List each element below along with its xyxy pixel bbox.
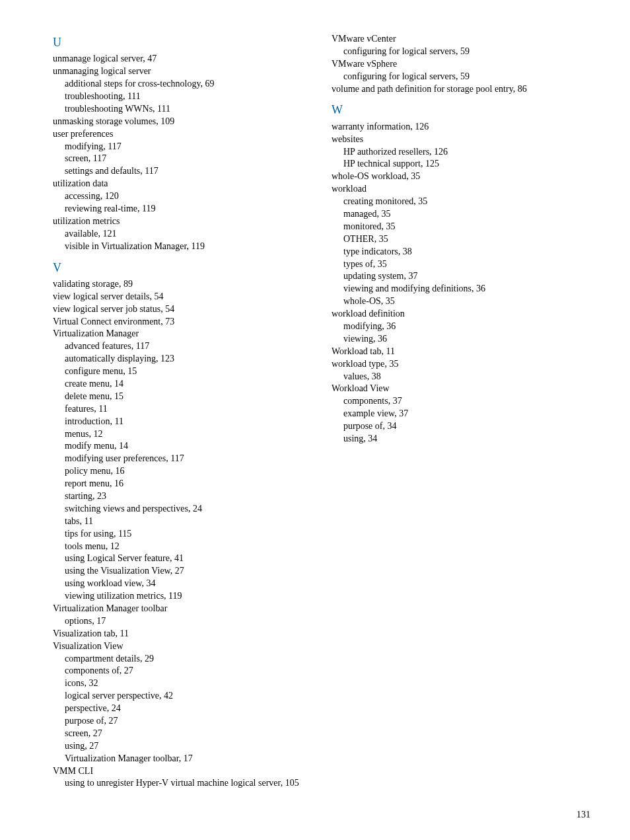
index-entry: validating storage, 89: [53, 278, 312, 291]
index-subentry: available, 121: [53, 228, 312, 241]
index-subentry: purpose of, 34: [332, 420, 590, 433]
index-subentry: tools menu, 12: [53, 541, 312, 553]
section-heading: V: [53, 260, 312, 276]
index-entry: Visualization tab, 11: [53, 628, 312, 640]
section-heading: U: [53, 34, 312, 50]
index-subentry: purpose of, 27: [53, 715, 312, 728]
index-subentry: components of, 27: [53, 665, 312, 677]
index-subentry: screen, 27: [53, 728, 312, 740]
index-subentry: troubleshooting WWNs, 111: [53, 103, 312, 116]
index-entry: workload definition: [332, 308, 590, 321]
index-subentry: accessing, 120: [53, 190, 312, 203]
index-subentry: Virtualization Manager toolbar, 17: [53, 753, 312, 765]
index-subentry: OTHER, 35: [332, 233, 590, 246]
index-subentry: automatically displaying, 123: [53, 353, 312, 365]
index-subentry: delete menu, 15: [53, 391, 312, 403]
index-entry: whole-OS workload, 35: [332, 171, 590, 183]
index-entry: VMM CLI: [53, 765, 312, 778]
index-subentry: options, 17: [53, 615, 312, 628]
index-subentry: switching views and perspectives, 24: [53, 503, 312, 515]
index-entry: unmasking storage volumes, 109: [53, 116, 312, 128]
index-entry: utilization data: [53, 178, 312, 190]
index-subentry: values, 38: [332, 371, 590, 383]
index-subentry: features, 11: [53, 403, 312, 416]
index-subentry: screen, 117: [53, 153, 312, 165]
index-subentry: tips for using, 115: [53, 528, 312, 541]
index-subentry: starting, 23: [53, 490, 312, 503]
index-entry: unmanage logical server, 47: [53, 53, 312, 65]
page-number: 131: [577, 809, 590, 821]
index-subentry: using Logical Server feature, 41: [53, 553, 312, 565]
index-subentry: monitored, 35: [332, 221, 590, 233]
index-entry: VMware vCenter: [332, 33, 590, 46]
index-subentry: HP technical support, 125: [332, 158, 590, 171]
index-subentry: using, 34: [332, 433, 590, 445]
index-entry: view logical server job status, 54: [53, 303, 312, 316]
index-subentry: modifying user preferences, 117: [53, 453, 312, 465]
index-subentry: menus, 12: [53, 428, 312, 441]
index-subentry: policy menu, 16: [53, 465, 312, 478]
index-entry: view logical server details, 54: [53, 291, 312, 303]
index-subentry: perspective, 24: [53, 703, 312, 715]
index-subentry: reviewing real-time, 119: [53, 203, 312, 215]
index-subentry: components, 37: [332, 395, 590, 408]
index-subentry: example view, 37: [332, 408, 590, 420]
index-subentry: icons, 32: [53, 677, 312, 690]
index-entry: Workload View: [332, 383, 590, 395]
index-subentry: visible in Virtualization Manager, 119: [53, 241, 312, 253]
index-subentry: configuring for logical servers, 59: [332, 71, 590, 83]
index-subentry: create menu, 14: [53, 378, 312, 391]
section-heading: W: [332, 102, 590, 118]
index-subentry: additional steps for cross-technology, 6…: [53, 78, 312, 91]
index-subentry: settings and defaults, 117: [53, 165, 312, 178]
index-subentry: tabs, 11: [53, 515, 312, 528]
index-page: Uunmanage logical server, 47unmanaging l…: [0, 0, 630, 826]
index-subentry: types of, 35: [332, 258, 590, 271]
index-subentry: updating system, 37: [332, 270, 590, 283]
index-entry: volume and path definition for storage p…: [332, 83, 590, 96]
index-subentry: using, 27: [53, 740, 312, 753]
index-entry: VMware vSphere: [332, 58, 590, 71]
index-entry: Virtualization Manager: [53, 328, 312, 340]
index-subentry: using workload view, 34: [53, 578, 312, 590]
index-subentry: viewing utilization metrics, 119: [53, 590, 312, 603]
index-subentry: troubleshooting, 111: [53, 91, 312, 103]
index-subentry: configure menu, 15: [53, 365, 312, 378]
index-subentry: type indicators, 38: [332, 246, 590, 258]
index-entry: workload type, 35: [332, 358, 590, 371]
index-subentry: configuring for logical servers, 59: [332, 46, 590, 58]
index-subentry: using the Visualization View, 27: [53, 565, 312, 578]
index-subentry: modifying, 36: [332, 321, 590, 333]
index-entry: unmanaging logical server: [53, 65, 312, 78]
index-subentry: modify menu, 14: [53, 440, 312, 453]
index-entry: warranty information, 126: [332, 121, 590, 134]
index-entry: workload: [332, 183, 590, 196]
index-subentry: managed, 35: [332, 208, 590, 221]
index-subentry: compartment details, 29: [53, 653, 312, 666]
index-subentry: logical server perspective, 42: [53, 690, 312, 703]
index-entry: Virtualization Manager toolbar: [53, 603, 312, 615]
index-subentry: creating monitored, 35: [332, 196, 590, 208]
index-subentry: viewing and modifying definitions, 36: [332, 283, 590, 295]
index-subentry: report menu, 16: [53, 478, 312, 490]
index-subentry: introduction, 11: [53, 416, 312, 428]
index-subentry: HP authorized resellers, 126: [332, 146, 590, 159]
index-subentry: viewing, 36: [332, 333, 590, 346]
index-entry: user preferences: [53, 128, 312, 141]
index-entry: Visualization View: [53, 640, 312, 653]
index-entry: Workload tab, 11: [332, 346, 590, 358]
index-entry: utilization metrics: [53, 215, 312, 228]
index-subentry: modifying, 117: [53, 141, 312, 153]
index-subentry: whole-OS, 35: [332, 295, 590, 308]
index-entry: websites: [332, 134, 590, 146]
index-subentry: using to unregister Hyper-V virtual mach…: [53, 777, 312, 790]
index-subentry: advanced features, 117: [53, 340, 312, 353]
index-entry: Virtual Connect environment, 73: [53, 316, 312, 328]
